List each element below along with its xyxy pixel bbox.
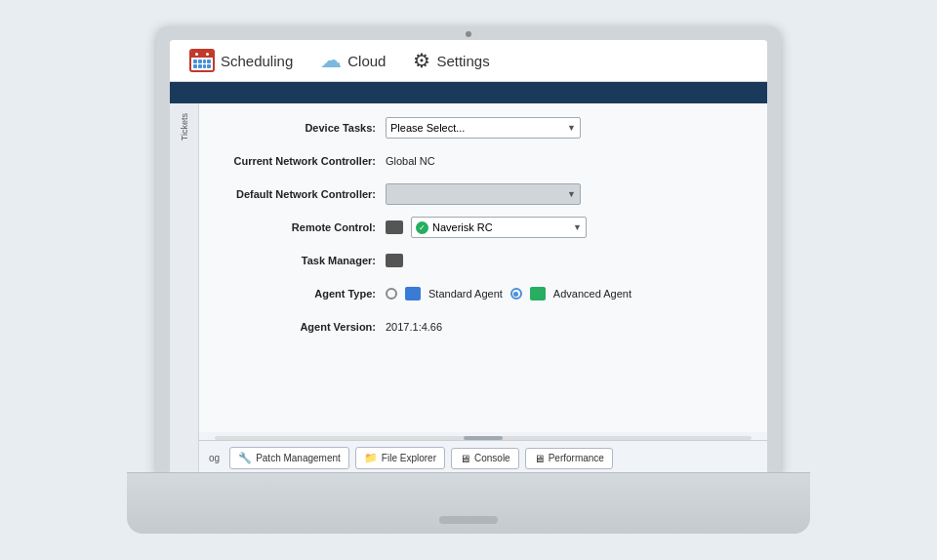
- advanced-agent-radio[interactable]: [510, 288, 522, 300]
- agent-type-group: Standard Agent Advanced Agent: [386, 287, 631, 300]
- default-nc-row: Default Network Controller: ▼: [215, 181, 752, 207]
- sidebar: Tickets: [170, 103, 199, 475]
- form-area: Device Tasks: Please Select... ▼ Current…: [199, 103, 767, 432]
- nav-settings[interactable]: ⚙ Settings: [413, 49, 489, 72]
- laptop-camera: [466, 31, 471, 37]
- calendar-icon: [189, 49, 215, 72]
- agent-type-label: Agent Type:: [215, 288, 386, 300]
- radio-dot: [513, 292, 518, 297]
- laptop-shell: Scheduling ☁ Cloud ⚙ Settings Tickets: [127, 26, 810, 534]
- agent-version-value: 2017.1:4.66: [386, 321, 442, 333]
- rc-select-inner: ✓ Naverisk RC: [416, 221, 493, 234]
- default-nc-label: Default Network Controller:: [215, 188, 386, 200]
- device-tasks-select[interactable]: Please Select... ▼: [386, 117, 581, 139]
- agent-version-row: Agent Version: 2017.1:4.66: [215, 314, 752, 340]
- remote-control-select[interactable]: ✓ Naverisk RC ▼: [411, 217, 587, 238]
- console-icon: 🖥: [460, 453, 470, 464]
- nav-scheduling-label: Scheduling: [221, 53, 293, 69]
- agent-version-label: Agent Version:: [215, 321, 386, 333]
- nav-cloud[interactable]: ☁ Cloud: [320, 48, 386, 73]
- nav-settings-label: Settings: [436, 53, 489, 69]
- device-tasks-arrow: ▼: [567, 123, 576, 133]
- agent-type-row: Agent Type: Standard Agent Advanced Agen…: [215, 281, 752, 306]
- performance-icon: 🖥: [534, 453, 545, 464]
- device-tasks-label: Device Tasks:: [215, 122, 386, 134]
- device-tasks-value: Please Select...: [390, 122, 465, 134]
- performance-label: Performance: [549, 453, 604, 463]
- rc-value: Naverisk RC: [432, 221, 493, 233]
- standard-agent-label: Standard Agent: [428, 288, 503, 300]
- task-manager-label: Task Manager:: [215, 255, 386, 266]
- standard-agent-radio[interactable]: [386, 288, 397, 300]
- console-button[interactable]: 🖥 Console: [451, 448, 519, 469]
- task-manager-icon: [386, 254, 403, 267]
- file-explorer-button[interactable]: 📁 File Explorer: [355, 447, 445, 469]
- remote-control-row: Remote Control: ✓ Naverisk RC ▼: [215, 215, 752, 240]
- nav-scheduling[interactable]: Scheduling: [189, 49, 293, 72]
- device-tasks-row: Device Tasks: Please Select... ▼: [215, 115, 752, 140]
- laptop-base: [127, 473, 810, 534]
- laptop-screen: Scheduling ☁ Cloud ⚙ Settings Tickets: [170, 40, 767, 475]
- current-nc-value: Global NC: [386, 155, 435, 167]
- performance-button[interactable]: 🖥 Performance: [525, 448, 613, 469]
- main-panel: Device Tasks: Please Select... ▼ Current…: [199, 103, 767, 475]
- current-nc-row: Current Network Controller: Global NC: [215, 148, 752, 174]
- app-header: Scheduling ☁ Cloud ⚙ Settings: [170, 40, 767, 82]
- remote-control-group: ✓ Naverisk RC ▼: [386, 217, 587, 238]
- advanced-agent-icon: [530, 287, 546, 300]
- remote-monitor-icon: [386, 220, 403, 234]
- log-stub: og: [209, 453, 220, 463]
- default-nc-select[interactable]: ▼: [386, 183, 581, 205]
- screen-bezel: Scheduling ☁ Cloud ⚙ Settings Tickets: [156, 26, 781, 475]
- bottom-toolbar: og 🔧 Patch Management 📁 File Explorer 🖥 …: [199, 440, 767, 475]
- cloud-icon: ☁: [320, 48, 342, 73]
- default-nc-arrow: ▼: [567, 189, 576, 199]
- patch-icon: 🔧: [238, 452, 252, 464]
- current-nc-label: Current Network Controller:: [215, 155, 386, 167]
- patch-management-label: Patch Management: [256, 453, 341, 463]
- standard-agent-icon: [405, 287, 421, 300]
- advanced-agent-label: Advanced Agent: [553, 288, 631, 300]
- blue-header-bar: [170, 82, 767, 103]
- task-manager-row: Task Manager:: [215, 248, 752, 273]
- patch-management-button[interactable]: 🔧 Patch Management: [229, 447, 349, 469]
- file-icon: 📁: [364, 452, 378, 464]
- settings-icon: ⚙: [413, 49, 430, 72]
- nav-cloud-label: Cloud: [347, 53, 386, 69]
- sidebar-tickets-label: Tickets: [180, 113, 189, 140]
- rc-arrow: ▼: [573, 222, 582, 232]
- remote-control-label: Remote Control:: [215, 221, 386, 233]
- content-area: Tickets Device Tasks: Please Select... ▼: [170, 103, 767, 475]
- green-check-icon: ✓: [416, 221, 428, 234]
- console-label: Console: [474, 453, 510, 463]
- laptop-notch: [439, 516, 498, 524]
- file-explorer-label: File Explorer: [382, 453, 436, 463]
